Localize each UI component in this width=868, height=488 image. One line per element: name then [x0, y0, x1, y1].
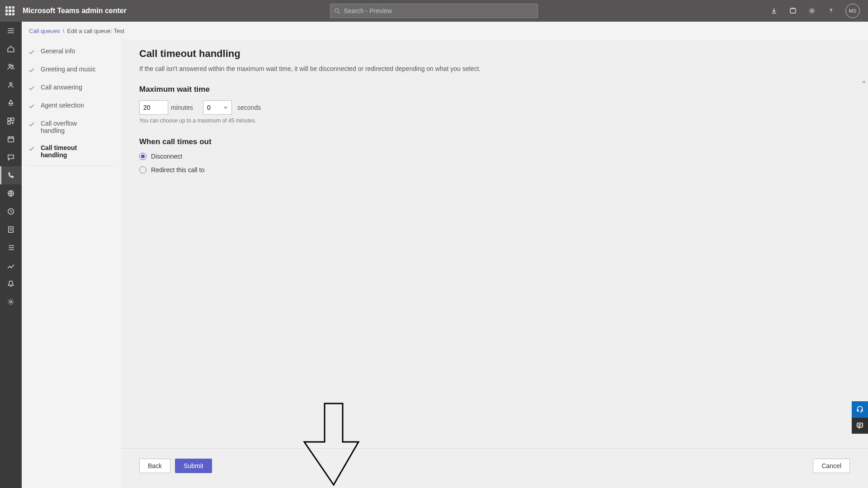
minutes-input[interactable] — [139, 100, 168, 115]
rail-devices-icon[interactable] — [0, 94, 22, 112]
rail-list-icon[interactable] — [0, 239, 22, 257]
page-footer: Back Submit Cancel — [121, 448, 868, 488]
svg-rect-8 — [8, 118, 10, 121]
svg-point-7 — [10, 83, 12, 85]
rail-home-icon[interactable] — [0, 40, 22, 58]
search-icon — [334, 8, 340, 14]
download-icon[interactable] — [769, 6, 778, 15]
rail-locations-icon[interactable] — [0, 184, 22, 202]
rail-reports-icon[interactable] — [0, 221, 22, 239]
svg-rect-10 — [8, 122, 10, 124]
settings-icon[interactable] — [807, 6, 816, 15]
page-title: Call timeout handling — [139, 48, 868, 60]
check-icon — [28, 66, 35, 74]
breadcrumb-current: Edit a call queue: Test — [67, 28, 124, 34]
check-icon — [28, 145, 35, 152]
breadcrumb-root-link[interactable]: Call queues — [29, 28, 60, 34]
check-icon — [28, 84, 35, 92]
wizard-steps: General info Greeting and music Call ans… — [22, 40, 121, 488]
step-label: Call overflow handling — [41, 120, 99, 134]
max-wait-heading: Maximum wait time — [139, 85, 868, 94]
feedback-icon[interactable] — [852, 418, 868, 434]
help-icon[interactable] — [826, 6, 835, 15]
breadcrumb-separator: \ — [63, 28, 65, 34]
breadcrumb: Call queues \ Edit a call queue: Test — [22, 22, 868, 40]
step-label: Greeting and music — [41, 66, 95, 73]
rail-analytics-icon[interactable] — [0, 257, 22, 275]
rail-policy-icon[interactable] — [0, 202, 22, 221]
step-call-overflow[interactable]: Call overflow handling — [28, 115, 115, 139]
svg-rect-11 — [8, 137, 14, 142]
top-header: Microsoft Teams admin center MS — [0, 0, 868, 22]
check-icon — [28, 48, 35, 56]
left-rail — [0, 22, 22, 488]
check-icon — [28, 121, 35, 128]
svg-point-3 — [811, 10, 813, 12]
radio-icon — [139, 166, 146, 174]
rail-users-icon[interactable] — [0, 76, 22, 94]
rail-voice-icon[interactable] — [0, 166, 22, 184]
search-box[interactable] — [330, 4, 538, 18]
step-label: General info — [41, 47, 75, 55]
arrow-annotation — [302, 401, 365, 448]
search-input[interactable] — [344, 7, 534, 14]
submit-button[interactable]: Submit — [175, 459, 212, 473]
svg-point-6 — [12, 65, 14, 67]
svg-line-1 — [338, 12, 340, 13]
svg-point-5 — [9, 64, 11, 66]
search-wrap — [330, 4, 538, 18]
svg-point-15 — [10, 301, 12, 303]
svg-rect-9 — [11, 118, 14, 121]
step-agent-selection[interactable]: Agent selection — [28, 97, 115, 115]
radio-disconnect[interactable]: Disconnect — [139, 153, 868, 160]
steps-divider — [28, 165, 115, 166]
svg-point-0 — [335, 9, 339, 12]
svg-rect-2 — [790, 9, 796, 13]
step-call-timeout[interactable]: Call timeout handling — [28, 139, 115, 164]
avatar[interactable]: MS — [845, 4, 860, 18]
page-description: If the call isn't answered within the ma… — [139, 65, 546, 72]
step-label: Agent selection — [41, 102, 84, 109]
seconds-unit: seconds — [237, 104, 261, 111]
chevron-down-icon — [223, 104, 228, 111]
max-wait-helper: You can choose up to a maximum of 45 min… — [139, 117, 868, 124]
rail-apps-icon[interactable] — [0, 112, 22, 130]
radio-label: Redirect this call to — [151, 166, 204, 174]
cancel-button[interactable]: Cancel — [813, 459, 850, 473]
radio-icon — [139, 153, 146, 160]
rail-teams-icon[interactable] — [0, 58, 22, 76]
step-label: Call timeout handling — [41, 144, 99, 159]
timeout-action-heading: When call times out — [139, 137, 868, 146]
app-launcher-icon[interactable] — [5, 6, 14, 15]
radio-redirect[interactable]: Redirect this call to — [139, 166, 868, 174]
rail-meetings-icon[interactable] — [0, 130, 22, 148]
step-greeting-music[interactable]: Greeting and music — [28, 61, 115, 79]
svg-rect-14 — [9, 227, 13, 232]
step-call-answering[interactable]: Call answering — [28, 79, 115, 97]
svg-point-4 — [830, 12, 831, 13]
rail-messaging-icon[interactable] — [0, 148, 22, 166]
check-icon — [28, 103, 35, 110]
minutes-unit: minutes — [171, 104, 193, 111]
step-label: Call answering — [41, 84, 82, 91]
seconds-value: 0 — [207, 104, 211, 111]
header-right: MS — [769, 4, 864, 18]
rail-notifications-icon[interactable] — [0, 275, 22, 293]
new-tab-icon[interactable] — [788, 6, 797, 15]
floating-actions — [852, 401, 868, 434]
radio-label: Disconnect — [151, 153, 182, 160]
scroll-caret-icon — [862, 80, 866, 86]
back-button[interactable]: Back — [139, 459, 170, 473]
max-wait-fields: minutes 0 seconds — [139, 100, 868, 115]
rail-settings-icon[interactable] — [0, 293, 22, 311]
app-title: Microsoft Teams admin center — [23, 7, 127, 15]
step-general-info[interactable]: General info — [28, 42, 115, 61]
seconds-select[interactable]: 0 — [203, 100, 232, 115]
page: Call timeout handling If the call isn't … — [121, 40, 868, 488]
rail-hamburger-icon[interactable] — [0, 22, 22, 40]
support-headset-icon[interactable] — [852, 401, 868, 418]
